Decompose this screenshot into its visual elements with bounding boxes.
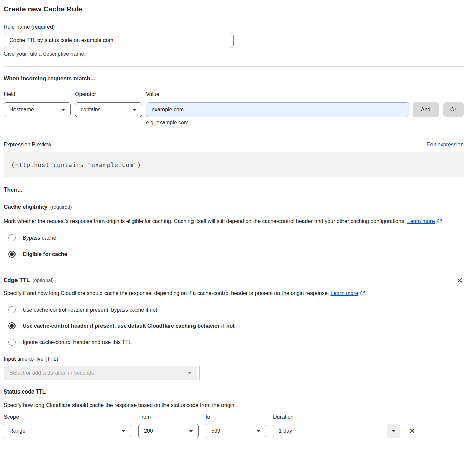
from-select[interactable]: 200 [138,424,199,438]
edge-ttl-option-bypass-label: Use cache-control header if present, byp… [23,307,157,313]
optional-tag: (optional) [32,277,54,283]
rule-name-label: Rule name (required) [4,24,464,30]
close-icon[interactable]: ✕ [456,277,464,284]
expression-code: (http.host contains "example.com") [11,161,141,168]
bypass-cache-label: Bypass cache [23,235,56,241]
scope-select-value: Range [9,428,25,434]
edge-ttl-title: Edge TTL [4,277,30,284]
create-cache-rule-form: Create new Cache Rule Rule name (require… [0,5,476,447]
then-heading: Then... [4,186,464,193]
duration-select[interactable]: 1 day [273,424,400,438]
edge-ttl-description-text: Specify if and how long Cloudflare shoul… [4,290,329,296]
cache-eligibility-learn-more-link[interactable]: Learn more [407,218,435,224]
cache-eligibility-options: Bypass cache Eligible for cache [4,234,464,258]
edge-ttl-option-ignore[interactable]: Ignore cache-control header and use this… [4,339,464,346]
edge-ttl-learn-more-link[interactable]: Learn more [331,290,358,296]
edge-ttl-option-ignore-label: Ignore cache-control header and use this… [23,339,131,345]
status-code-ttl-heading: Status code TTL [4,388,464,395]
match-value-input[interactable] [146,102,409,117]
match-heading: When incoming requests match... [4,75,464,82]
chevron-down-icon [257,430,261,432]
rule-name-help: Give your rule a descriptive name. [4,51,464,57]
radio-unselected-icon[interactable] [8,306,16,313]
expression-preview-label: Expression Preview [4,141,51,148]
edge-ttl-options: Use cache-control header if present, byp… [4,306,464,346]
ttl-duration-select[interactable]: Select or add a duration in seconds [4,366,197,380]
status-code-ttl-labels: Scope From to Duration [4,414,464,420]
scope-select[interactable]: Range [4,424,131,438]
page-title: Create new Cache Rule [4,5,464,13]
ttl-select-wrap: Select or add a duration in seconds [4,366,464,380]
bypass-cache-option[interactable]: Bypass cache [4,234,464,241]
match-controls-row: Hostname contains e.g. example.com And O… [4,102,464,126]
radio-unselected-icon[interactable] [8,339,16,346]
external-link-icon [437,217,442,227]
to-select[interactable]: 599 [206,424,266,438]
edge-ttl-header: Edge TTL (optional) ✕ [4,277,464,284]
field-label: Field [4,91,71,97]
edit-expression-link[interactable]: Edit expression [427,142,464,148]
chevron-down-icon [182,366,197,380]
ttl-input-label: Input time-to-live (TTL) [4,356,464,362]
chevron-down-icon [122,430,126,432]
text-cursor [199,366,200,380]
edge-ttl-option-default-label: Use cache-control header if present, use… [23,323,235,329]
ttl-duration-placeholder: Select or add a duration in seconds [4,366,182,380]
chevron-down-icon [189,430,193,432]
cache-eligibility-header: Cache eligibility (required) [4,204,464,210]
required-tag: (required) [50,204,72,210]
from-label: From [138,414,199,420]
operator-label: Operator [75,91,142,97]
duration-label: Duration [273,414,400,420]
status-code-ttl-controls: Range 200 599 1 day ✕ [4,424,464,438]
radio-unselected-icon[interactable] [8,234,16,241]
section-divider [4,66,464,67]
section-divider [4,266,464,266]
and-button[interactable]: And [413,102,439,117]
radio-selected-icon[interactable] [8,322,16,329]
to-label: to [206,414,266,420]
value-label: Value [146,91,409,97]
cache-eligibility-title: Cache eligibility [4,204,47,210]
expression-preview-box: (http.host contains "example.com") [4,152,464,177]
field-select-value: Hostname [9,107,34,113]
or-button[interactable]: Or [443,102,464,117]
duration-select-value: 1 day [273,424,387,438]
scope-label: Scope [4,414,131,420]
chevron-down-icon [132,109,137,111]
edge-ttl-option-bypass[interactable]: Use cache-control header if present, byp… [4,306,464,313]
eligible-for-cache-label: Eligible for cache [23,251,67,257]
cache-eligibility-description: Mark whether the request’s response from… [4,216,464,227]
expression-header: Expression Preview Edit expression [4,141,464,148]
operator-select[interactable]: contains [75,102,142,117]
edge-ttl-title-row: Edge TTL (optional) [4,277,54,284]
edge-ttl-description: Specify if and how long Cloudflare shoul… [4,289,375,299]
value-hint: e.g. example.com [146,120,409,126]
cache-eligibility-description-text: Mark whether the request’s response from… [4,218,406,224]
external-link-icon [360,289,365,299]
operator-select-value: contains [81,107,101,113]
radio-selected-icon[interactable] [8,251,16,258]
field-select[interactable]: Hostname [4,102,71,117]
edge-ttl-option-default[interactable]: Use cache-control header if present, use… [4,322,464,329]
to-select-value: 599 [211,428,220,434]
eligible-for-cache-option[interactable]: Eligible for cache [4,251,464,258]
rule-name-input[interactable] [4,33,234,48]
status-code-ttl-description: Specify how long Cloudflare should cache… [4,402,464,408]
chevron-down-icon [61,109,65,111]
from-select-value: 200 [144,428,153,434]
match-labels-row: Field Operator Value [4,91,464,97]
chevron-down-icon [387,424,400,438]
remove-row-icon[interactable]: ✕ [408,427,416,435]
